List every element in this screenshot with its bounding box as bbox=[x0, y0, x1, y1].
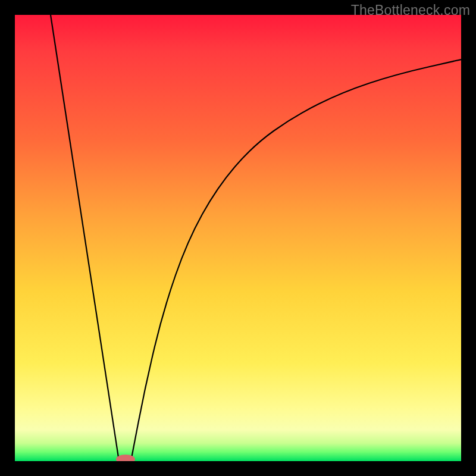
plot-area bbox=[15, 15, 461, 461]
outer-frame: TheBottleneck.com bbox=[0, 0, 476, 476]
gradient-background bbox=[15, 15, 461, 461]
watermark-text: TheBottleneck.com bbox=[351, 2, 470, 18]
